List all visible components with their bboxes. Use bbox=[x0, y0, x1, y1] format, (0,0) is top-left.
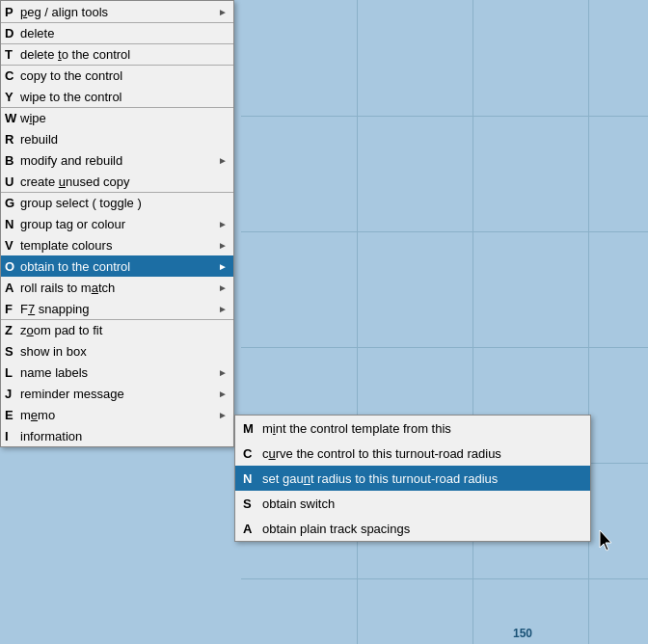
menu-key: N bbox=[5, 217, 20, 231]
menu-item-copy-control[interactable]: C copy to the control bbox=[1, 65, 233, 86]
grid-line bbox=[472, 0, 473, 644]
menu-label: memo bbox=[20, 408, 218, 422]
submenu-arrow-icon: ► bbox=[218, 219, 228, 229]
mouse-cursor bbox=[598, 528, 617, 551]
svg-marker-0 bbox=[600, 530, 611, 550]
menu-key: J bbox=[5, 387, 20, 401]
submenu-key: N bbox=[243, 471, 262, 486]
menu-key: S bbox=[5, 344, 20, 359]
obtain-submenu: M mint the control template from this C … bbox=[234, 415, 591, 542]
menu-key: F bbox=[5, 302, 20, 316]
menu-label: obtain to the control bbox=[20, 259, 218, 274]
menu-label: create unused copy bbox=[20, 174, 228, 189]
submenu-item-mint[interactable]: M mint the control template from this bbox=[235, 416, 590, 441]
submenu-key: S bbox=[243, 496, 262, 511]
menu-label: peg / align tools bbox=[20, 5, 218, 19]
menu-key: G bbox=[5, 196, 20, 210]
menu-item-template-colours[interactable]: V template colours ► bbox=[1, 234, 233, 255]
submenu-arrow-icon: ► bbox=[218, 240, 228, 251]
menu-label: group tag or colour bbox=[20, 217, 218, 231]
menu-key: U bbox=[5, 174, 20, 189]
menu-label: modify and rebuild bbox=[20, 153, 218, 168]
submenu-arrow-icon: ► bbox=[218, 7, 228, 17]
submenu-arrow-icon: ► bbox=[218, 367, 228, 378]
menu-label: roll rails to match bbox=[20, 281, 218, 295]
menu-key: Z bbox=[5, 323, 20, 337]
menu-item-delete-control[interactable]: T delete to the control bbox=[1, 43, 233, 65]
menu-label: delete to the control bbox=[20, 47, 228, 62]
menu-key: B bbox=[5, 153, 20, 168]
submenu-arrow-icon: ► bbox=[218, 304, 228, 314]
grid-line bbox=[241, 231, 648, 232]
menu-key: R bbox=[5, 132, 20, 147]
menu-item-wipe[interactable]: W wipe bbox=[1, 107, 233, 128]
menu-item-name-labels[interactable]: L name labels ► bbox=[1, 362, 233, 383]
menu-key: W bbox=[5, 111, 20, 125]
submenu-arrow-icon: ► bbox=[218, 282, 228, 293]
menu-label: name labels bbox=[20, 365, 218, 380]
bottom-number-label: 150 bbox=[513, 627, 532, 640]
menu-key: O bbox=[5, 259, 20, 274]
submenu-key: C bbox=[243, 446, 262, 461]
menu-key: A bbox=[5, 281, 20, 295]
menu-item-group-select[interactable]: G group select ( toggle ) bbox=[1, 192, 233, 213]
submenu-arrow-icon: ► bbox=[218, 410, 228, 420]
grid-line bbox=[357, 0, 358, 644]
menu-label: delete bbox=[20, 26, 228, 40]
menu-item-wipe-control[interactable]: Y wipe to the control bbox=[1, 86, 233, 107]
menu-label: information bbox=[20, 429, 228, 443]
menu-item-reminder[interactable]: J reminder message ► bbox=[1, 383, 233, 404]
menu-key: D bbox=[5, 26, 20, 40]
menu-label: template colours bbox=[20, 238, 218, 253]
menu-item-obtain-control[interactable]: O obtain to the control ► bbox=[1, 255, 233, 277]
submenu-item-obtain-plain[interactable]: A obtain plain track spacings bbox=[235, 516, 590, 541]
grid-line bbox=[241, 347, 648, 348]
menu-label: F7 snapping bbox=[20, 302, 218, 316]
menu-label: wipe bbox=[20, 111, 228, 125]
menu-item-zoom-pad[interactable]: Z zoom pad to fit bbox=[1, 319, 233, 340]
submenu-label: mint the control template from this bbox=[262, 421, 582, 436]
menu-label: zoom pad to fit bbox=[20, 323, 228, 337]
grid-line bbox=[241, 578, 648, 579]
submenu-label: obtain plain track spacings bbox=[262, 522, 582, 536]
menu-key: I bbox=[5, 429, 20, 443]
submenu-label: curve the control to this turnout-road r… bbox=[262, 446, 582, 461]
submenu-key: M bbox=[243, 421, 262, 436]
menu-label: group select ( toggle ) bbox=[20, 196, 228, 210]
submenu-key: A bbox=[243, 522, 262, 536]
menu-item-f7-snapping[interactable]: F F7 snapping ► bbox=[1, 298, 233, 319]
menu-item-show-box[interactable]: S show in box bbox=[1, 340, 233, 362]
submenu-arrow-icon: ► bbox=[218, 389, 228, 399]
menu-item-roll-rails[interactable]: A roll rails to match ► bbox=[1, 277, 233, 298]
menu-key: E bbox=[5, 408, 20, 422]
submenu-arrow-icon: ► bbox=[218, 155, 228, 166]
menu-key: V bbox=[5, 238, 20, 253]
grid-line bbox=[588, 0, 589, 644]
grid-line bbox=[241, 116, 648, 117]
menu-key: Y bbox=[5, 90, 20, 104]
submenu-label: set gaunt radius to this turnout-road ra… bbox=[262, 471, 582, 486]
submenu-item-obtain-switch[interactable]: S obtain switch bbox=[235, 491, 590, 516]
submenu-item-gaunt[interactable]: N set gaunt radius to this turnout-road … bbox=[235, 466, 590, 491]
menu-item-modify-rebuild[interactable]: B modify and rebuild ► bbox=[1, 149, 233, 171]
menu-item-memo[interactable]: E memo ► bbox=[1, 404, 233, 425]
menu-label: wipe to the control bbox=[20, 90, 228, 104]
context-menu: P peg / align tools ► D delete T delete … bbox=[0, 0, 234, 447]
menu-label: show in box bbox=[20, 344, 228, 359]
menu-key: L bbox=[5, 365, 20, 380]
submenu-label: obtain switch bbox=[262, 496, 582, 511]
menu-key: T bbox=[5, 47, 20, 62]
menu-item-create-copy[interactable]: U create unused copy bbox=[1, 171, 233, 192]
menu-item-information[interactable]: I information bbox=[1, 425, 233, 446]
menu-label: reminder message bbox=[20, 387, 218, 401]
menu-label: copy to the control bbox=[20, 68, 228, 83]
menu-key: P bbox=[5, 5, 20, 19]
menu-key: C bbox=[5, 68, 20, 83]
menu-item-rebuild[interactable]: R rebuild bbox=[1, 128, 233, 149]
menu-item-delete[interactable]: D delete bbox=[1, 22, 233, 43]
menu-item-group-tag[interactable]: N group tag or colour ► bbox=[1, 213, 233, 234]
menu-label: rebuild bbox=[20, 132, 228, 147]
submenu-item-curve[interactable]: C curve the control to this turnout-road… bbox=[235, 441, 590, 466]
menu-item-peg-align[interactable]: P peg / align tools ► bbox=[1, 1, 233, 22]
submenu-arrow-icon: ► bbox=[218, 261, 228, 272]
